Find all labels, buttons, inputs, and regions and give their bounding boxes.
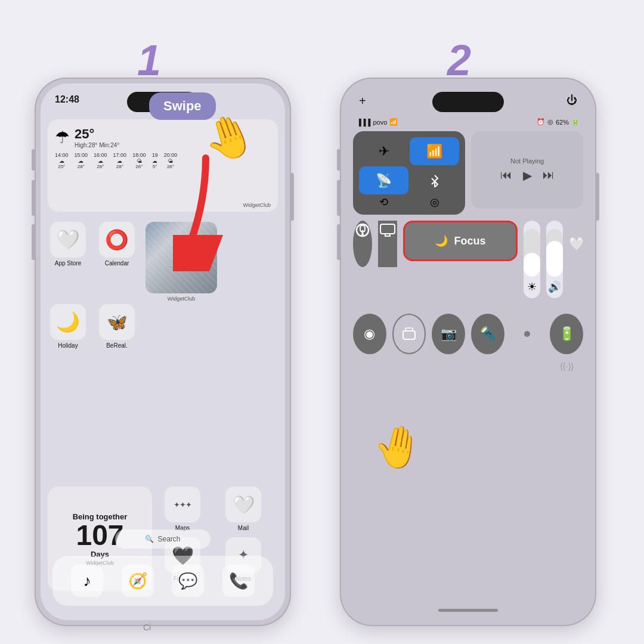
brightness-slider[interactable]: ☀ <box>524 221 540 298</box>
fastforward-btn[interactable]: ⏭ <box>543 168 555 182</box>
brightness-track <box>524 229 540 277</box>
battery-pct: 62% <box>556 119 569 126</box>
battery-cc-btn[interactable]: 🔋 <box>550 314 583 354</box>
heart-btn[interactable]: 🤍 <box>569 221 585 267</box>
weather-highlow: High:28° Min:24° <box>75 142 119 148</box>
calendar-wrap[interactable]: ⭕ Calendar <box>97 222 137 302</box>
maps-wrap[interactable]: ✦✦✦ Maps <box>162 487 203 531</box>
p2-power-btn <box>596 173 599 221</box>
wallet-btn[interactable] <box>392 314 426 354</box>
camera-btn[interactable]: 📷 <box>432 314 465 354</box>
weather-widget-label: WidgetClub <box>243 202 271 208</box>
app-store-wrap[interactable]: 🤍 App Store <box>48 222 88 302</box>
play-btn[interactable]: ▶ <box>523 168 532 182</box>
mail-label: Mail <box>238 525 249 531</box>
cc-add-btn[interactable]: + <box>359 94 366 108</box>
weather-icon: ☂ <box>55 128 70 147</box>
calendar-label: Calendar <box>105 260 129 267</box>
svg-rect-4 <box>380 224 395 234</box>
swipe-badge: Swipe <box>149 92 216 120</box>
maps-icon[interactable]: ✦✦✦ <box>165 487 200 522</box>
dock: ♪ 🧭 💬 📞 <box>52 556 273 606</box>
cellular-btn[interactable]: 📶 <box>410 137 459 165</box>
weather-temp: 25° <box>75 126 119 142</box>
swipe-arrow <box>173 152 227 271</box>
holiday-label: Holiday <box>58 342 78 349</box>
mail-icon[interactable]: 🤍 <box>225 487 261 522</box>
dot-indicator <box>524 331 530 337</box>
power-btn <box>291 173 294 221</box>
wifi-btn[interactable]: 📡 <box>359 166 408 194</box>
p2-vol-down <box>337 224 340 260</box>
carrier-name: povo <box>373 119 387 126</box>
focus-btn[interactable]: 🌙 Focus <box>403 221 518 261</box>
volume-icon: 🔊 <box>548 280 561 293</box>
status-time: 12:48 <box>55 94 79 105</box>
mail-wrap[interactable]: 🤍 Mail <box>223 487 264 531</box>
messages-dock-icon[interactable]: 💬 <box>172 565 204 597</box>
small-dot <box>510 314 544 354</box>
mute-switch <box>32 149 35 171</box>
volume-track <box>546 229 563 277</box>
app-store-icon[interactable]: 🤍 <box>50 222 86 258</box>
phone-2: + ⏻ ▐▐▐ povo 📶 ⏰ ◎ 62% 🔋 ✈ 📶 <box>340 78 596 626</box>
airdrop-btn[interactable]: ⟲ <box>359 196 408 209</box>
hotspot-btn[interactable]: ◎ <box>410 196 459 209</box>
app-store-label: App Store <box>55 260 81 267</box>
bereal-label: BeReal. <box>106 342 128 349</box>
screen-mirror-btn[interactable] <box>378 221 397 267</box>
phone-dock-icon[interactable]: 📞 <box>222 565 255 597</box>
focus-label: Focus <box>454 235 485 247</box>
p2-vol-up <box>337 180 340 216</box>
media-player: Not Playing ⏮ ▶ ⏭ <box>471 131 583 209</box>
volume-up-btn <box>32 180 35 216</box>
battery-status: ⏰ ◎ 62% 🔋 <box>537 118 580 126</box>
cc-bottom-row: ◉ 📷 🔦 🔋 <box>353 314 583 354</box>
search-bar[interactable]: 🔍 Search <box>115 530 210 549</box>
widgetclub-label: WidgetClub <box>168 296 196 302</box>
volume-down-btn <box>32 224 35 260</box>
phone-1: 12:48 ☂ 25° High:28° Min:24° 14:00☁25° 1… <box>35 78 291 626</box>
calendar-icon[interactable]: ⭕ <box>99 222 135 258</box>
safari-dock-icon[interactable]: 🧭 <box>122 565 154 597</box>
cc-spacer <box>353 304 583 309</box>
media-controls: ⏮ ▶ ⏭ <box>500 168 555 182</box>
cc-power-btn[interactable]: ⏻ <box>566 94 577 107</box>
home-indicator-2 <box>438 609 498 612</box>
svg-rect-5 <box>403 331 415 339</box>
wifi-icon-status: 📶 <box>389 118 398 126</box>
app-row-2: 🌙 Holiday 🦋 BeReal. <box>48 304 137 349</box>
signal-bars: ▐▐▐ <box>357 119 370 126</box>
rotation-lock-btn[interactable] <box>353 221 372 267</box>
music-dock-icon[interactable]: ♪ <box>71 565 103 597</box>
not-playing-label: Not Playing <box>510 157 544 165</box>
cc-row-2: 🌙 Focus ☀ 🔊 <box>353 221 583 298</box>
bottom-ci-text: Ci <box>143 623 151 632</box>
orientation-indicator: ((·)) <box>560 361 574 371</box>
location-icon: ◎ <box>547 118 553 126</box>
search-label: Search <box>157 535 180 543</box>
cc-row-1: ✈ 📶 📡 ⟲ ◎ Not Playing ⏮ ▶ ⏭ <box>353 131 583 215</box>
volume-slider[interactable]: 🔊 <box>546 221 563 298</box>
holiday-wrap[interactable]: 🌙 Holiday <box>48 304 88 349</box>
brightness-icon: ☀ <box>527 280 537 293</box>
brightness-fill <box>524 253 540 277</box>
p2-mute-switch <box>337 149 340 171</box>
flashlight-btn[interactable]: 🔦 <box>471 314 504 354</box>
bereal-icon[interactable]: 🦋 <box>99 304 135 340</box>
search-icon: 🔍 <box>145 535 154 543</box>
bereal-wrap[interactable]: 🦋 BeReal. <box>97 304 137 349</box>
focus-moon-icon: 🌙 <box>435 234 448 247</box>
rewind-btn[interactable]: ⏮ <box>500 168 512 182</box>
dynamic-island-2 <box>432 92 504 112</box>
bluetooth-btn[interactable] <box>410 166 459 194</box>
control-center: ✈ 📶 📡 ⟲ ◎ Not Playing ⏮ ▶ ⏭ <box>353 131 583 354</box>
battery-bar: 🔋 <box>571 118 580 126</box>
svg-point-3 <box>361 233 364 236</box>
holiday-icon[interactable]: 🌙 <box>50 304 86 340</box>
airplane-mode-btn[interactable]: ✈ <box>359 137 408 165</box>
phone2-screen: + ⏻ ▐▐▐ povo 📶 ⏰ ◎ 62% 🔋 ✈ 📶 <box>346 83 590 620</box>
connectivity-block: ✈ 📶 📡 ⟲ ◎ <box>353 131 465 215</box>
focus-section: 🌙 Focus <box>403 221 518 298</box>
shazam-btn[interactable]: ◉ <box>353 314 386 354</box>
